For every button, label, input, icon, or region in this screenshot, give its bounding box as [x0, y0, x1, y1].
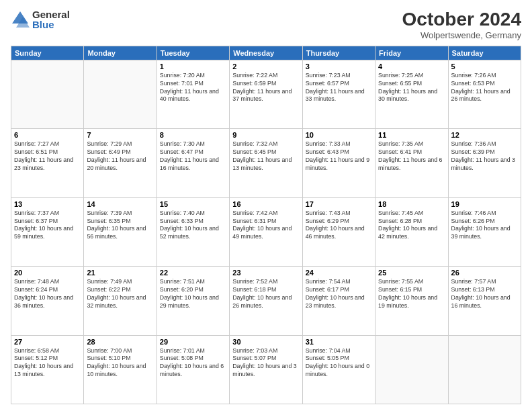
- day-info: Sunrise: 7:00 AMSunset: 5:10 PMDaylight:…: [87, 347, 153, 379]
- day-number: 23: [232, 269, 299, 277]
- day-number: 18: [378, 200, 445, 208]
- day-info: Sunrise: 7:32 AMSunset: 6:45 PMDaylight:…: [232, 140, 299, 173]
- day-info: Sunrise: 7:20 AMSunset: 7:01 PMDaylight:…: [160, 72, 226, 104]
- day-cell: 26Sunrise: 7:57 AMSunset: 6:13 PMDayligh…: [448, 267, 521, 335]
- day-cell: 24Sunrise: 7:54 AMSunset: 6:17 PMDayligh…: [302, 267, 375, 335]
- logo-blue-text: Blue: [32, 19, 70, 30]
- day-info: Sunrise: 7:48 AMSunset: 6:24 PMDaylight:…: [14, 278, 81, 310]
- calendar-header-wednesday: Wednesday: [230, 46, 302, 60]
- week-row-5: 27Sunrise: 6:58 AMSunset: 5:12 PMDayligh…: [11, 335, 521, 404]
- day-info: Sunrise: 7:26 AMSunset: 6:53 PMDaylight:…: [451, 72, 518, 104]
- logo: General Blue: [11, 9, 70, 30]
- day-cell: 13Sunrise: 7:37 AMSunset: 6:37 PMDayligh…: [11, 197, 84, 266]
- day-cell: 30Sunrise: 7:03 AMSunset: 5:07 PMDayligh…: [230, 335, 302, 404]
- day-info: Sunrise: 7:27 AMSunset: 6:51 PMDaylight:…: [14, 140, 81, 173]
- day-cell: 25Sunrise: 7:55 AMSunset: 6:15 PMDayligh…: [375, 267, 448, 335]
- day-number: 27: [14, 338, 81, 346]
- day-cell: 9Sunrise: 7:32 AMSunset: 6:45 PMDaylight…: [230, 129, 302, 197]
- day-info: Sunrise: 7:37 AMSunset: 6:37 PMDaylight:…: [14, 210, 81, 242]
- day-cell: 11Sunrise: 7:35 AMSunset: 6:41 PMDayligh…: [375, 129, 448, 197]
- day-cell: 7Sunrise: 7:29 AMSunset: 6:49 PMDaylight…: [84, 129, 157, 197]
- day-cell: [375, 335, 448, 404]
- calendar-header-thursday: Thursday: [302, 46, 375, 60]
- day-number: 6: [14, 131, 81, 139]
- day-info: Sunrise: 7:29 AMSunset: 6:49 PMDaylight:…: [87, 140, 153, 173]
- day-number: 22: [160, 269, 226, 277]
- day-number: 2: [232, 62, 299, 71]
- day-info: Sunrise: 7:01 AMSunset: 5:08 PMDaylight:…: [160, 347, 226, 379]
- day-info: Sunrise: 7:42 AMSunset: 6:31 PMDaylight:…: [232, 210, 299, 242]
- day-cell: 5Sunrise: 7:26 AMSunset: 6:53 PMDaylight…: [448, 60, 521, 128]
- day-cell: 4Sunrise: 7:25 AMSunset: 6:55 PMDaylight…: [375, 60, 448, 128]
- logo-general-text: General: [32, 9, 70, 19]
- day-cell: 18Sunrise: 7:45 AMSunset: 6:28 PMDayligh…: [375, 197, 448, 266]
- day-info: Sunrise: 7:36 AMSunset: 6:39 PMDaylight:…: [451, 140, 518, 173]
- day-info: Sunrise: 7:03 AMSunset: 5:07 PMDaylight:…: [232, 347, 299, 379]
- day-cell: 23Sunrise: 7:52 AMSunset: 6:18 PMDayligh…: [230, 267, 302, 335]
- page: General Blue October 2024 Wolpertswende,…: [0, 0, 532, 411]
- week-row-1: 1Sunrise: 7:20 AMSunset: 7:01 PMDaylight…: [11, 60, 521, 128]
- calendar-header-monday: Monday: [84, 46, 157, 60]
- logo-text: General Blue: [32, 9, 70, 30]
- day-number: 20: [14, 269, 81, 277]
- day-number: 21: [87, 269, 153, 277]
- day-info: Sunrise: 7:23 AMSunset: 6:57 PMDaylight:…: [306, 72, 372, 104]
- day-cell: 14Sunrise: 7:39 AMSunset: 6:35 PMDayligh…: [84, 197, 157, 266]
- day-info: Sunrise: 7:33 AMSunset: 6:43 PMDaylight:…: [306, 140, 372, 173]
- day-info: Sunrise: 6:58 AMSunset: 5:12 PMDaylight:…: [14, 347, 81, 379]
- calendar-header-tuesday: Tuesday: [157, 46, 229, 60]
- day-cell: 28Sunrise: 7:00 AMSunset: 5:10 PMDayligh…: [84, 335, 157, 404]
- day-number: 14: [87, 200, 153, 208]
- day-cell: 1Sunrise: 7:20 AMSunset: 7:01 PMDaylight…: [157, 60, 229, 128]
- calendar-header-friday: Friday: [375, 46, 448, 60]
- day-number: 1: [160, 62, 226, 71]
- logo-icon: [11, 10, 30, 29]
- day-number: 19: [451, 200, 518, 208]
- day-info: Sunrise: 7:04 AMSunset: 5:05 PMDaylight:…: [306, 347, 372, 379]
- day-number: 16: [232, 200, 299, 208]
- day-number: 24: [306, 269, 372, 277]
- day-cell: 8Sunrise: 7:30 AMSunset: 6:47 PMDaylight…: [157, 129, 229, 197]
- day-number: 7: [87, 131, 153, 139]
- day-number: 29: [160, 338, 226, 346]
- day-cell: 17Sunrise: 7:43 AMSunset: 6:29 PMDayligh…: [302, 197, 375, 266]
- day-number: 31: [306, 338, 372, 346]
- day-number: 13: [14, 200, 81, 208]
- day-cell: 3Sunrise: 7:23 AMSunset: 6:57 PMDaylight…: [302, 60, 375, 128]
- day-number: 30: [232, 338, 299, 346]
- day-info: Sunrise: 7:49 AMSunset: 6:22 PMDaylight:…: [87, 278, 153, 310]
- sub-title: Wolpertswende, Germany: [402, 30, 521, 40]
- week-row-3: 13Sunrise: 7:37 AMSunset: 6:37 PMDayligh…: [11, 197, 521, 266]
- day-cell: 6Sunrise: 7:27 AMSunset: 6:51 PMDaylight…: [11, 129, 84, 197]
- day-info: Sunrise: 7:39 AMSunset: 6:35 PMDaylight:…: [87, 210, 153, 242]
- day-info: Sunrise: 7:51 AMSunset: 6:20 PMDaylight:…: [160, 278, 226, 310]
- day-number: 5: [451, 62, 518, 71]
- day-cell: 16Sunrise: 7:42 AMSunset: 6:31 PMDayligh…: [230, 197, 302, 266]
- day-number: 28: [87, 338, 153, 346]
- day-info: Sunrise: 7:46 AMSunset: 6:26 PMDaylight:…: [451, 210, 518, 242]
- day-cell: 29Sunrise: 7:01 AMSunset: 5:08 PMDayligh…: [157, 335, 229, 404]
- header: General Blue October 2024 Wolpertswende,…: [11, 9, 521, 40]
- day-number: 3: [306, 62, 372, 71]
- day-number: 25: [378, 269, 445, 277]
- day-cell: [11, 60, 84, 128]
- day-cell: 12Sunrise: 7:36 AMSunset: 6:39 PMDayligh…: [448, 129, 521, 197]
- day-info: Sunrise: 7:45 AMSunset: 6:28 PMDaylight:…: [378, 210, 445, 242]
- day-cell: 21Sunrise: 7:49 AMSunset: 6:22 PMDayligh…: [84, 267, 157, 335]
- day-info: Sunrise: 7:40 AMSunset: 6:33 PMDaylight:…: [160, 210, 226, 242]
- day-number: 9: [232, 131, 299, 139]
- day-number: 8: [160, 131, 226, 139]
- day-info: Sunrise: 7:35 AMSunset: 6:41 PMDaylight:…: [378, 140, 445, 173]
- day-info: Sunrise: 7:54 AMSunset: 6:17 PMDaylight:…: [306, 278, 372, 310]
- main-title: October 2024: [402, 9, 521, 30]
- day-info: Sunrise: 7:30 AMSunset: 6:47 PMDaylight:…: [160, 140, 226, 173]
- day-cell: 20Sunrise: 7:48 AMSunset: 6:24 PMDayligh…: [11, 267, 84, 335]
- day-cell: 27Sunrise: 6:58 AMSunset: 5:12 PMDayligh…: [11, 335, 84, 404]
- day-cell: 31Sunrise: 7:04 AMSunset: 5:05 PMDayligh…: [302, 335, 375, 404]
- day-number: 26: [451, 269, 518, 277]
- title-block: October 2024 Wolpertswende, Germany: [402, 9, 521, 40]
- day-number: 12: [451, 131, 518, 139]
- day-number: 15: [160, 200, 226, 208]
- day-cell: [448, 335, 521, 404]
- calendar-header-saturday: Saturday: [448, 46, 521, 60]
